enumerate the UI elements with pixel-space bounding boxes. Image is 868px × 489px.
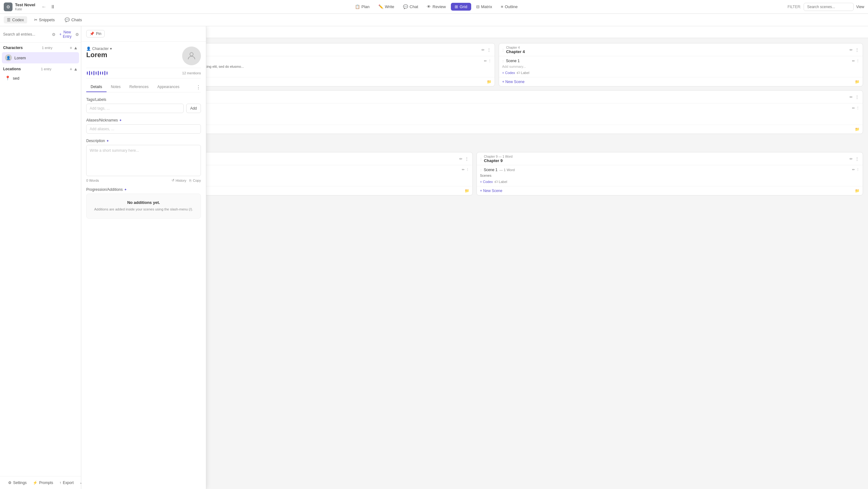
ch4-tag-codex[interactable]: + Codex bbox=[502, 71, 515, 75]
ch7-new-scene[interactable]: + New Scene 📁 bbox=[131, 125, 863, 134]
tags-label: Tags/Labels bbox=[86, 97, 201, 102]
nav-outline[interactable]: ≡ Outline bbox=[497, 3, 522, 11]
ch4-drag: :: bbox=[502, 48, 504, 52]
filter-label: FILTER: bbox=[787, 5, 801, 9]
settings-btn[interactable]: ⚙ Settings bbox=[7, 479, 28, 486]
characters-section: Characters 1 entry + ▲ bbox=[0, 43, 81, 52]
ch9-header: :: Chapter 9 — 1 Word Chapter 9 ✏ ⋮ bbox=[477, 152, 863, 165]
ch4-scene-menu[interactable]: ⋮ bbox=[856, 59, 860, 63]
tab-codex[interactable]: ☰ Codex bbox=[4, 16, 27, 24]
codex-tab-references[interactable]: References bbox=[125, 82, 153, 92]
codex-tab-appearances[interactable]: Appearances bbox=[153, 82, 184, 92]
collapse-characters-btn[interactable]: ▲ bbox=[73, 45, 78, 50]
tags-input-row: Add bbox=[86, 104, 201, 113]
tab-chats[interactable]: 💬 Chats bbox=[62, 16, 85, 24]
ch9-scene-edit[interactable]: ✏ bbox=[852, 168, 855, 172]
aliases-label: Aliases/Nicknames ✦ bbox=[86, 118, 201, 122]
ch3-actions: ✏ ⋮ bbox=[481, 47, 492, 53]
aliases-input[interactable] bbox=[86, 124, 201, 134]
nav-grid[interactable]: ⊞ Grid bbox=[451, 3, 471, 11]
locations-header: Locations 1 entry + ▲ bbox=[3, 66, 78, 71]
ch4-scene-title: Scene 1 bbox=[506, 59, 520, 63]
ch4-edit-btn[interactable]: ✏ bbox=[849, 47, 853, 53]
ch8-scene-edit[interactable]: ✏ bbox=[462, 168, 465, 172]
add-location-btn[interactable]: + bbox=[70, 66, 72, 71]
new-entry-button[interactable]: + New Entry bbox=[58, 29, 73, 40]
ch9-menu-btn[interactable]: ⋮ bbox=[855, 156, 860, 162]
ch7-scene-edit[interactable]: ✏ bbox=[852, 106, 855, 110]
ch9-scene-menu[interactable]: ⋮ bbox=[856, 168, 860, 172]
sidebar-settings-btn[interactable]: ⚙ bbox=[75, 32, 79, 37]
copy-btn[interactable]: ⎘ Copy bbox=[189, 178, 201, 182]
tab-snippets[interactable]: ✂ Snippets bbox=[31, 16, 58, 24]
ch9-edit-btn[interactable]: ✏ bbox=[849, 156, 853, 162]
ch4-scene-edit[interactable]: ✏ bbox=[852, 59, 855, 63]
ch3-edit-btn[interactable]: ✏ bbox=[481, 47, 485, 53]
sidebar-search-input[interactable] bbox=[3, 32, 50, 36]
content-area: Act 1: Act 1 ... ...met, consecteturelus… bbox=[81, 26, 868, 489]
locations-title: Locations bbox=[3, 67, 21, 71]
nav-review[interactable]: 👁 Review bbox=[423, 3, 450, 11]
ch8-scene-menu[interactable]: ⋮ bbox=[466, 168, 469, 172]
ch4-info: Chapter 4 Chapter 4 bbox=[506, 46, 847, 54]
app-branding: ⚙ Test Novel Kate ← ⏸ bbox=[4, 2, 85, 11]
ch9-tag-label[interactable]: 🏷 Label bbox=[494, 180, 507, 184]
codex-tab-details[interactable]: Details bbox=[86, 82, 106, 92]
ch4-scene-header: :: Scene 1 ✏ ⋮ bbox=[502, 59, 860, 63]
export-btn[interactable]: ↑ Export bbox=[58, 479, 75, 486]
codex-tab-notes[interactable]: Notes bbox=[106, 82, 125, 92]
ch3-scene-menu[interactable]: ⋮ bbox=[488, 59, 492, 63]
description-label: Description ✦ bbox=[86, 139, 201, 143]
progression-section: Progression/Additions ✦ No additions yet… bbox=[86, 187, 201, 219]
sidebar-bottom: ⚙ Settings ⚡ Prompts ↑ Export ✓ Saved bbox=[0, 476, 81, 489]
timeline-bar: 12 mentions bbox=[86, 68, 201, 78]
characters-title: Characters bbox=[3, 45, 23, 50]
ch7-scene-header: :: Scene 1 ✏ ⋮ bbox=[134, 106, 860, 110]
collapse-locations-btn[interactable]: ▲ bbox=[73, 66, 78, 71]
codex-tab-menu[interactable]: ⋮ bbox=[196, 82, 201, 92]
chapter-card-7: :: Chapter 7 Chapter 7 ✏ ⋮ :: bbox=[131, 90, 863, 134]
ch9-actions: ✏ ⋮ bbox=[849, 156, 860, 162]
ch7-scene-menu[interactable]: ⋮ bbox=[856, 106, 860, 110]
tags-input[interactable] bbox=[86, 104, 184, 113]
mark-3 bbox=[91, 71, 92, 75]
nav-arrows: ← ⏸ bbox=[40, 3, 57, 10]
nav-write[interactable]: ✏️ Write bbox=[375, 3, 398, 11]
ch7-title: Chapter 7 bbox=[138, 97, 847, 101]
description-textarea[interactable] bbox=[86, 145, 201, 176]
ch9-new-scene[interactable]: + New Scene 📁 bbox=[477, 187, 863, 195]
ch9-info: Chapter 9 — 1 Word Chapter 9 bbox=[484, 155, 847, 163]
ch4-tag-label[interactable]: 🏷 Label bbox=[517, 71, 529, 75]
nav-chat[interactable]: 💬 Chat bbox=[399, 3, 422, 11]
view-button[interactable]: View bbox=[856, 5, 864, 9]
scene-search-input[interactable] bbox=[804, 3, 854, 11]
location-name: sed bbox=[13, 76, 19, 80]
character-item-lorem[interactable]: 👤 Lorem bbox=[2, 52, 79, 63]
ch7-edit-btn[interactable]: ✏ bbox=[849, 94, 853, 100]
ch3-menu-btn[interactable]: ⋮ bbox=[487, 47, 492, 53]
ch8-menu-btn[interactable]: ⋮ bbox=[464, 156, 469, 162]
nav-matrix[interactable]: ⊟ Matrix bbox=[472, 3, 496, 11]
ch8-edit-btn[interactable]: ✏ bbox=[459, 156, 463, 162]
ch9-tag-codex[interactable]: + Codex bbox=[480, 180, 493, 184]
pin-button[interactable]: 📌 Pin bbox=[86, 30, 105, 37]
ch7-menu-btn[interactable]: ⋮ bbox=[855, 94, 860, 100]
prompts-btn[interactable]: ⚡ Prompts bbox=[32, 479, 54, 486]
add-character-btn[interactable]: + bbox=[70, 45, 72, 50]
nav-plan[interactable]: 📋 Plan bbox=[351, 3, 373, 11]
back-btn[interactable]: ← bbox=[40, 3, 48, 10]
ch3-scene-edit[interactable]: ✏ bbox=[484, 59, 487, 63]
location-item-sed[interactable]: 📍 sed bbox=[2, 73, 79, 83]
entry-type-button[interactable]: 👤 Character ▾ bbox=[86, 46, 112, 51]
word-count: 0 Words bbox=[86, 178, 99, 182]
sidebar-filter-btn[interactable]: ⚙ bbox=[52, 32, 56, 37]
entry-avatar bbox=[182, 46, 201, 65]
app-info: Test Novel Kate bbox=[15, 2, 35, 11]
ch4-actions: ✏ ⋮ bbox=[849, 47, 860, 53]
ch9-scene-tags: + Codex 🏷 Label bbox=[480, 180, 860, 184]
ch4-new-scene[interactable]: + New Scene 📁 bbox=[499, 77, 863, 86]
tags-add-btn[interactable]: Add bbox=[186, 104, 201, 113]
ch4-menu-btn[interactable]: ⋮ bbox=[855, 47, 860, 53]
pause-btn[interactable]: ⏸ bbox=[49, 3, 57, 10]
history-btn[interactable]: ↺ History bbox=[172, 178, 186, 182]
